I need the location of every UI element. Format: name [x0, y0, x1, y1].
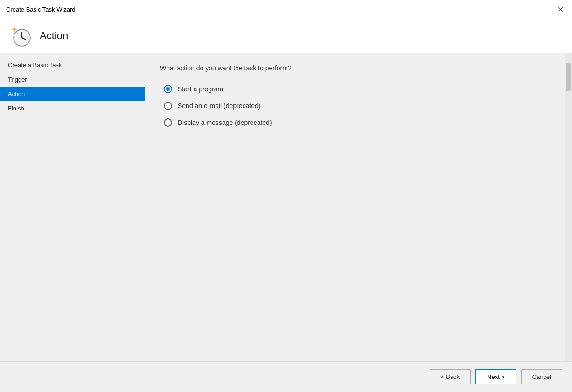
sidebar-item-create-basic-task[interactable]: Create a Basic Task	[0, 58, 145, 72]
radio-option-start-program[interactable]: Start a program	[164, 85, 550, 93]
sidebar: Create a Basic Task Trigger Action Finis…	[0, 53, 145, 361]
main-content: What action do you want the task to perf…	[145, 53, 565, 361]
close-button[interactable]: ✕	[555, 4, 566, 15]
sidebar-item-finish[interactable]: Finish	[0, 101, 145, 116]
back-button[interactable]: < Back	[430, 369, 471, 384]
radio-label-start-program: Start a program	[178, 85, 223, 93]
radio-btn-start-program[interactable]	[164, 85, 172, 93]
cancel-button[interactable]: Cancel	[521, 369, 562, 384]
radio-btn-send-email[interactable]	[164, 102, 172, 110]
radio-label-send-email: Send an e-mail (deprecated)	[178, 102, 260, 110]
sidebar-item-trigger[interactable]: Trigger	[0, 72, 145, 87]
radio-option-display-message[interactable]: Display a message (deprecated)	[164, 118, 550, 127]
title-bar: Create Basic Task Wizard ✕	[0, 0, 572, 19]
question-text: What action do you want the task to perf…	[160, 64, 550, 72]
dialog-title: Create Basic Task Wizard	[6, 6, 76, 13]
content-area: Create a Basic Task Trigger Action Finis…	[0, 53, 572, 361]
next-button[interactable]: Next >	[475, 369, 516, 384]
radio-btn-display-message[interactable]	[164, 118, 172, 127]
header-area: Action	[0, 19, 572, 53]
scrollbar-thumb[interactable]	[566, 63, 571, 91]
radio-group: Start a program Send an e-mail (deprecat…	[164, 85, 550, 127]
dialog-window: Create Basic Task Wizard ✕ Action Create…	[0, 0, 572, 392]
header-title: Action	[40, 30, 68, 42]
radio-option-send-email[interactable]: Send an e-mail (deprecated)	[164, 102, 550, 110]
radio-label-display-message: Display a message (deprecated)	[178, 119, 272, 126]
sidebar-item-action[interactable]: Action	[0, 87, 145, 101]
footer-area: < Back Next > Cancel	[0, 361, 572, 392]
task-clock-icon	[10, 25, 32, 47]
scrollbar[interactable]	[565, 53, 572, 361]
